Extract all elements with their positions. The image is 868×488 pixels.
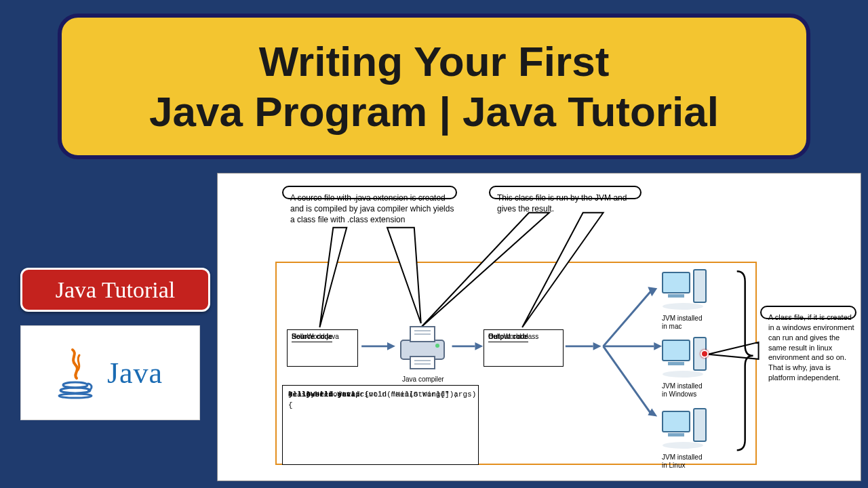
title-banner: Writing Your First Java Program | Java T… <box>58 14 810 159</box>
svg-rect-23 <box>663 272 690 293</box>
code-line-3: System.out.println("Hello World"); <box>288 390 458 401</box>
svg-rect-28 <box>668 362 684 365</box>
svg-point-30 <box>663 371 703 378</box>
jvm-linux-label: JVM installed in Linux <box>662 453 702 470</box>
jvm-windows-label: JVM installed in Windows <box>662 382 702 399</box>
jvm-windows-icon <box>658 336 709 380</box>
svg-point-34 <box>663 442 703 449</box>
title-line2: Java Program | Java Tutorial <box>149 88 719 135</box>
title-line1: Writing Your First <box>259 38 610 85</box>
svg-rect-33 <box>694 409 706 441</box>
callout-platform: A class file, if it is created in a wind… <box>760 306 856 319</box>
java-logo-text: Java <box>107 356 163 390</box>
java-compiler-icon <box>395 323 450 371</box>
svg-rect-27 <box>663 340 690 361</box>
callout-run-text: This class file is run by the JVM and gi… <box>497 192 640 214</box>
jvm-mac-label: JVM installed in mac <box>662 314 702 331</box>
output-value: HelloWorld.class <box>488 333 538 340</box>
tutorial-badge: Java Tutorial <box>20 268 210 312</box>
code-line-5: } <box>288 390 293 401</box>
java-logo: Java <box>20 325 200 420</box>
svg-rect-17 <box>410 357 435 369</box>
tutorial-badge-text: Java Tutorial <box>56 277 176 303</box>
laser-pointer-dot <box>701 350 709 358</box>
svg-rect-31 <box>663 411 690 432</box>
callout-source-text: A source file with .java extension is cr… <box>290 192 456 226</box>
callout-platform-text: A class file, if it is created in a wind… <box>768 312 855 383</box>
svg-rect-24 <box>668 294 684 298</box>
compilation-diagram: A source file with .java extension is cr… <box>217 173 861 481</box>
svg-point-1 <box>60 388 90 393</box>
callout-run: This class file is run by the JVM and gi… <box>489 186 642 199</box>
java-cup-icon <box>58 346 95 400</box>
svg-rect-25 <box>694 270 706 302</box>
source-value: HelloWorld.java <box>292 333 339 340</box>
jvm-linux-icon <box>658 407 709 451</box>
code-sample: HelloWorld.java class HelloWorld { publi… <box>282 385 479 465</box>
svg-point-18 <box>435 344 439 348</box>
source-code-box: Source code HelloWorld.java <box>287 329 358 367</box>
title-text: Writing Your First Java Program | Java T… <box>149 37 719 136</box>
jvm-mac-icon <box>658 268 709 312</box>
svg-point-2 <box>59 394 92 398</box>
svg-point-26 <box>663 303 703 310</box>
callout-source: A source file with .java extension is cr… <box>282 186 457 199</box>
compiler-label: Java compiler <box>402 375 444 383</box>
output-code-box: Output code HelloWorld.class <box>484 329 564 367</box>
svg-rect-32 <box>668 433 684 436</box>
